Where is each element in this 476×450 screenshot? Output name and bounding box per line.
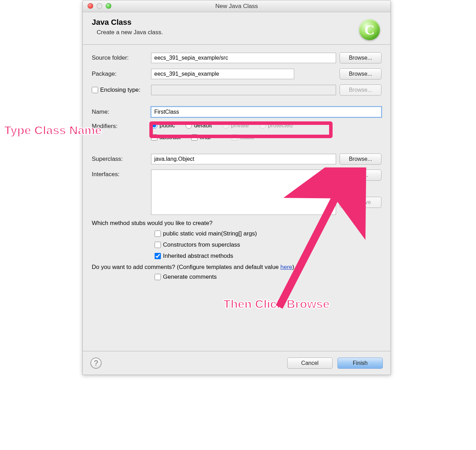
stub-inherited-checkbox[interactable] — [155, 253, 161, 259]
method-stubs-section: Which method stubs would you like to cre… — [92, 220, 381, 261]
generate-comments[interactable]: Generate comments — [155, 273, 217, 280]
stub-main[interactable]: public static void main(String[] args) — [155, 230, 257, 237]
stub-main-text: public static void main(String[] args) — [163, 230, 257, 237]
class-icon: C — [359, 19, 381, 42]
package-label: Package: — [92, 70, 148, 77]
modifier-protected-text: protected — [268, 122, 293, 129]
package-input[interactable] — [151, 69, 294, 79]
interfaces-list[interactable] — [151, 170, 336, 215]
name-label: Name: — [92, 108, 148, 115]
superclass-browse-button[interactable]: Browse... — [340, 153, 381, 165]
dialog-footer: ? Cancel Finish — [83, 351, 391, 375]
modifier-private-radio — [223, 122, 229, 129]
dialog-subtitle: Create a new Java class. — [97, 29, 381, 36]
superclass-label: Superclass: — [92, 156, 148, 163]
window-title: New Java Class — [215, 3, 258, 10]
stub-constructors[interactable]: Constructors from superclass — [155, 241, 240, 248]
zoom-window-icon[interactable] — [106, 3, 111, 9]
stub-inherited-text: Inherited abstract methods — [163, 253, 233, 260]
source-folder-label: Source folder: — [92, 54, 148, 61]
help-icon[interactable]: ? — [90, 358, 102, 369]
comments-here-link[interactable]: here — [281, 264, 292, 270]
form-area: Source folder: Browse... Package: Browse… — [83, 45, 391, 288]
modifiers-row: Modifiers: public default private protec… — [92, 122, 381, 142]
package-browse-button[interactable]: Browse... — [340, 68, 381, 80]
window-controls — [88, 3, 111, 9]
generate-comments-text: Generate comments — [163, 273, 217, 280]
stub-constructors-text: Constructors from superclass — [163, 241, 240, 248]
comments-question-prefix: Do you want to add comments? (Configure … — [92, 264, 281, 270]
method-stubs-question: Which method stubs would you like to cre… — [92, 220, 381, 227]
name-input[interactable] — [151, 107, 381, 117]
comments-question: Do you want to add comments? (Configure … — [92, 264, 381, 271]
modifier-public[interactable]: public — [151, 122, 175, 129]
name-row: Name: — [92, 107, 381, 117]
enclosing-type-label: Enclosing type: — [100, 87, 140, 93]
titlebar: New Java Class — [83, 0, 391, 12]
modifiers-group: public default private protected abstrac… — [151, 122, 381, 142]
cancel-button[interactable]: Cancel — [287, 358, 333, 369]
modifier-abstract-text: abstract — [159, 134, 180, 141]
package-row: Package: Browse... — [92, 68, 381, 80]
new-java-class-window: New Java Class Java Class Create a new J… — [82, 0, 391, 375]
stub-inherited[interactable]: Inherited abstract methods — [155, 253, 233, 260]
class-letter-icon: C — [359, 19, 380, 40]
modifiers-label: Modifiers: — [92, 122, 148, 130]
source-folder-row: Source folder: Browse... — [92, 52, 381, 63]
source-folder-input[interactable] — [151, 53, 336, 63]
finish-button[interactable]: Finish — [337, 358, 383, 369]
source-folder-browse-button[interactable]: Browse... — [340, 52, 381, 63]
interfaces-label: Interfaces: — [92, 170, 148, 178]
modifier-public-radio[interactable] — [151, 122, 157, 129]
minimize-window-icon[interactable] — [97, 3, 102, 9]
dialog-title: Java Class — [92, 18, 381, 27]
modifier-abstract[interactable]: abstract — [151, 134, 180, 141]
modifier-static-text: static — [240, 134, 254, 141]
enclosing-type-browse-button: Browse... — [340, 84, 381, 96]
dialog-header: Java Class Create a new Java class. C — [83, 12, 391, 44]
modifier-default-radio[interactable] — [186, 122, 192, 129]
interfaces-remove-button: Remove — [340, 197, 381, 208]
modifier-public-text: public — [159, 122, 175, 129]
interfaces-add-button[interactable]: Add... — [340, 170, 381, 181]
modifier-private: private — [223, 122, 249, 129]
comments-question-suffix: ) — [292, 264, 295, 270]
modifier-default-text: default — [194, 122, 212, 129]
stub-main-checkbox[interactable] — [155, 231, 161, 237]
modifier-protected-radio — [260, 122, 266, 129]
modifier-static-checkbox — [232, 134, 238, 141]
enclosing-type-input — [151, 85, 336, 95]
generate-comments-checkbox[interactable] — [155, 274, 161, 280]
modifier-default[interactable]: default — [186, 122, 212, 129]
modifier-protected: protected — [260, 122, 293, 129]
enclosing-type-checkbox[interactable] — [92, 87, 98, 93]
close-window-icon[interactable] — [88, 3, 93, 9]
modifier-private-text: private — [231, 122, 249, 129]
interfaces-row: Interfaces: Add... Remove — [92, 170, 381, 215]
modifier-final-text: final — [200, 134, 210, 141]
modifier-static: static — [232, 134, 254, 141]
modifier-abstract-checkbox[interactable] — [151, 134, 157, 141]
modifier-final-checkbox[interactable] — [191, 134, 198, 141]
superclass-input[interactable] — [151, 154, 336, 164]
enclosing-type-row: Enclosing type: Browse... — [92, 84, 381, 96]
stub-constructors-checkbox[interactable] — [155, 242, 161, 248]
superclass-row: Superclass: Browse... — [92, 153, 381, 165]
modifier-final[interactable]: final — [191, 134, 210, 141]
enclosing-type-check-label[interactable]: Enclosing type: — [92, 87, 148, 93]
